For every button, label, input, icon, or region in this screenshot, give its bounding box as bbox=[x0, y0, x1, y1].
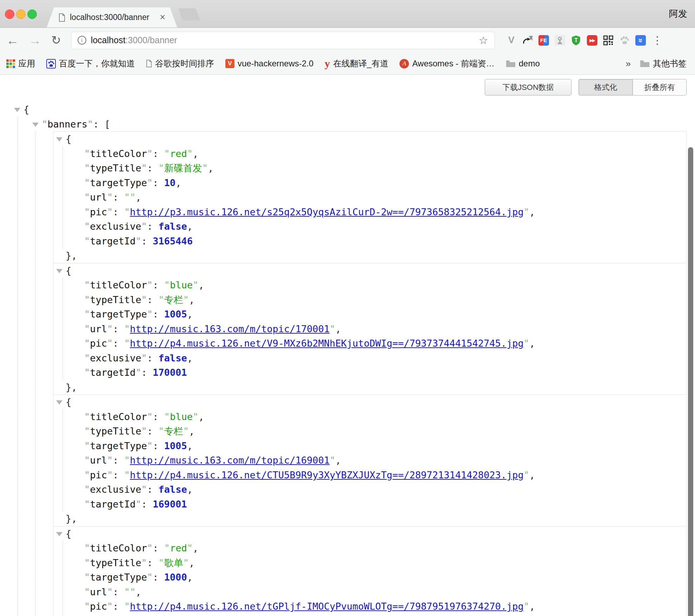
json-field-titleColor: "titleColor": "red", bbox=[84, 146, 686, 161]
profile-name[interactable]: 阿发 bbox=[669, 8, 687, 20]
json-field-targetType: "targetType": 1005, bbox=[84, 439, 686, 453]
banners-array-box: {"titleColor": "red","typeTitle": "新碟首发"… bbox=[53, 131, 687, 616]
object-open-line: { bbox=[53, 395, 686, 409]
json-url-link[interactable]: http://music.163.com/m/topic/169001 bbox=[130, 455, 330, 466]
collapse-triangle-icon[interactable] bbox=[56, 269, 62, 273]
bookmark-awesomes[interactable]: A Awesomes - 前端资… bbox=[399, 58, 494, 69]
folder-icon bbox=[506, 60, 516, 67]
json-field-pic: "pic": "http://p3.music.126.net/s25q2x5Q… bbox=[84, 205, 686, 219]
collapse-triangle-icon[interactable] bbox=[56, 400, 62, 405]
json-field-targetType: "targetType": 10, bbox=[84, 176, 686, 190]
bookmark-star-icon[interactable]: ☆ bbox=[479, 34, 488, 46]
bookmark-youdao[interactable]: y 在线翻译_有道 bbox=[325, 58, 388, 69]
collapse-triangle-icon[interactable] bbox=[14, 108, 20, 112]
json-field-exclusive: "exclusive": false bbox=[84, 614, 686, 616]
svg-text:T: T bbox=[574, 37, 578, 43]
bookmark-label: Awesomes - 前端资… bbox=[412, 58, 494, 69]
address-url[interactable]: localhost:3000/banner bbox=[91, 35, 177, 45]
json-field-url: "url": "http://music.163.com/m/topic/169… bbox=[84, 453, 686, 468]
banner-object: {"titleColor": "blue","typeTitle": "专栏",… bbox=[53, 263, 686, 395]
minimize-window-button[interactable] bbox=[16, 9, 26, 19]
apps-grid-icon bbox=[6, 59, 15, 68]
json-url-link[interactable]: http://p3.music.126.net/s25q2x5QyqsAzilC… bbox=[130, 207, 524, 217]
format-button[interactable]: 格式化 bbox=[578, 79, 633, 96]
json-url-link[interactable]: http://music.163.com/m/topic/170001 bbox=[130, 323, 330, 334]
back-icon[interactable]: ← bbox=[6, 34, 19, 47]
fe-helper-icon[interactable]: FE bbox=[538, 35, 549, 46]
json-field-pic: "pic": "http://p4.music.126.net/CTU5B9R9… bbox=[84, 468, 686, 483]
address-bar[interactable]: i localhost:3000/banner ☆ bbox=[71, 32, 495, 49]
json-url-link[interactable]: http://p4.music.126.net/V9-MXz6b2MNhEKju… bbox=[130, 338, 524, 349]
extension-icons: V 英 FE T ▶▶ bbox=[501, 35, 646, 46]
window-controls bbox=[5, 9, 39, 19]
browser-menu-icon[interactable]: ⋮ bbox=[652, 34, 663, 46]
paw-icon[interactable] bbox=[619, 35, 630, 46]
browser-window: localhost:3000/banner × 阿发 ← → ↻ i local… bbox=[0, 0, 695, 616]
zoom-window-button[interactable] bbox=[27, 9, 37, 19]
bookmark-label: demo bbox=[519, 59, 540, 68]
json-url-link[interactable]: http://p4.music.126.net/tGPljf-IMOCyPvum… bbox=[130, 601, 524, 612]
page-info-icon[interactable]: i bbox=[78, 36, 86, 45]
download-json-button[interactable]: 下载JSON数据 bbox=[485, 79, 571, 96]
json-field-url: "url": "", bbox=[84, 585, 686, 599]
json-url-link[interactable]: http://p4.music.126.net/CTU5B9R9y3XyYBZX… bbox=[130, 470, 524, 480]
json-field-pic: "pic": "http://p4.music.126.net/V9-MXz6b… bbox=[84, 336, 686, 351]
fast-forward-icon[interactable]: ▶▶ bbox=[587, 35, 597, 46]
json-field-titleColor: "titleColor": "red", bbox=[84, 541, 686, 556]
double-chevron-down-icon[interactable]: » bbox=[635, 35, 646, 46]
browser-tab[interactable]: localhost:3000/banner × bbox=[47, 7, 177, 27]
reload-icon[interactable]: ↻ bbox=[51, 34, 61, 46]
banner-object: {"titleColor": "red","typeTitle": "歌单","… bbox=[53, 526, 686, 616]
collapse-triangle-icon[interactable] bbox=[56, 137, 62, 142]
banner-object: {"titleColor": "blue","typeTitle": "专栏",… bbox=[53, 394, 686, 526]
json-actions: 下载JSON数据 格式化 折叠所有 bbox=[485, 79, 687, 96]
json-field-url: "url": "http://music.163.com/m/topic/170… bbox=[84, 322, 686, 336]
json-field-exclusive: "exclusive": false, bbox=[84, 482, 686, 497]
new-tab-button[interactable] bbox=[178, 8, 200, 20]
bookmark-apps[interactable]: 应用 bbox=[6, 58, 35, 69]
translate-icon[interactable]: 英 bbox=[522, 35, 533, 46]
bookmark-google-sort[interactable]: 谷歌按时间排序 bbox=[146, 58, 214, 69]
vue-devtools-icon[interactable]: V bbox=[506, 35, 517, 46]
person-icon[interactable] bbox=[555, 35, 565, 46]
shield-t-icon[interactable]: T bbox=[571, 35, 581, 46]
qr-code-icon[interactable] bbox=[603, 35, 614, 46]
bookmark-demo-folder[interactable]: demo bbox=[506, 59, 540, 68]
bookmarks-overflow-icon[interactable]: » bbox=[626, 58, 631, 69]
json-field-typeTitle: "typeTitle": "专栏", bbox=[84, 293, 686, 307]
vertical-scrollbar[interactable] bbox=[688, 147, 693, 616]
collapse-triangle-icon[interactable] bbox=[32, 123, 39, 127]
collapse-triangle-icon[interactable] bbox=[56, 532, 62, 536]
json-field-titleColor: "titleColor": "blue", bbox=[84, 278, 686, 293]
awesomes-icon: A bbox=[399, 59, 409, 68]
object-close-line: }, bbox=[53, 380, 686, 395]
bookmark-label: 在线翻译_有道 bbox=[333, 58, 388, 69]
collapse-all-button[interactable]: 折叠所有 bbox=[633, 79, 687, 96]
tab-close-icon[interactable]: × bbox=[160, 13, 165, 22]
svg-text:英: 英 bbox=[529, 35, 533, 40]
banner-object: {"titleColor": "red","typeTitle": "新碟首发"… bbox=[53, 132, 686, 263]
bookmark-baidu[interactable]: 百度一下，你就知道 bbox=[46, 58, 135, 69]
json-field-exclusive: "exclusive": false, bbox=[84, 219, 686, 234]
json-field-typeTitle: "typeTitle": "专栏", bbox=[84, 424, 686, 439]
bookmark-vue-hackernews[interactable]: V vue-hackernews-2.0 bbox=[225, 59, 313, 68]
banners-key: banners bbox=[47, 119, 87, 130]
forward-icon[interactable]: → bbox=[29, 34, 41, 47]
bookmark-label: vue-hackernews-2.0 bbox=[238, 59, 313, 68]
page-icon bbox=[59, 13, 65, 22]
object-close-line: }, bbox=[53, 248, 686, 263]
json-field-targetId: "targetId": 3165446 bbox=[84, 234, 686, 249]
object-open-line: { bbox=[53, 526, 686, 541]
folder-icon bbox=[640, 60, 650, 67]
object-open-line: { bbox=[53, 263, 686, 278]
tab-title: localhost:3000/banner bbox=[70, 13, 149, 22]
close-window-button[interactable] bbox=[5, 9, 14, 19]
title-bar: localhost:3000/banner × 阿发 bbox=[0, 0, 695, 28]
json-field-url: "url": "", bbox=[84, 190, 686, 205]
json-field-targetId: "targetId": 170001 bbox=[84, 365, 686, 380]
bookmark-other-folder[interactable]: 其他书签 bbox=[640, 58, 687, 69]
vue-icon: V bbox=[225, 59, 234, 68]
json-field-targetType: "targetType": 1005, bbox=[84, 307, 686, 322]
bookmark-label: 百度一下，你就知道 bbox=[59, 58, 135, 69]
json-field-typeTitle: "typeTitle": "新碟首发", bbox=[84, 161, 686, 176]
